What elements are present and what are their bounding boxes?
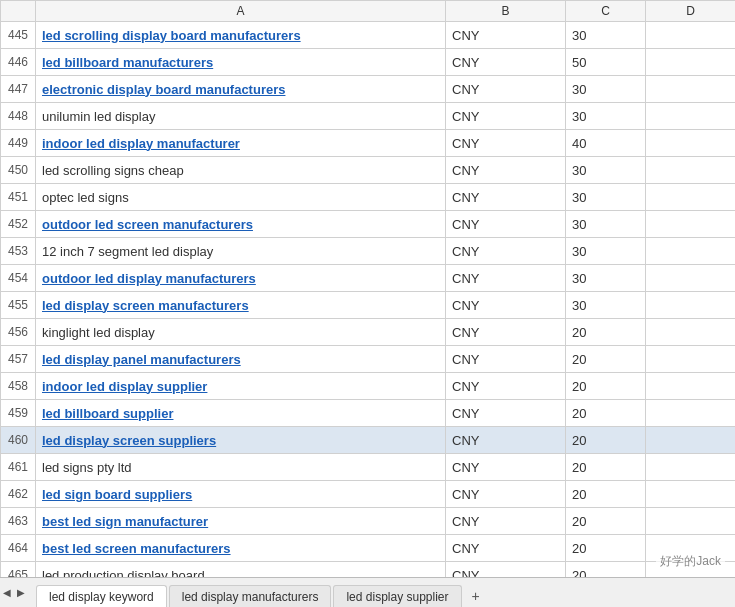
row-number: 455 <box>1 292 36 319</box>
cell-link[interactable]: indoor led display manufacturer <box>42 136 240 151</box>
cell-a[interactable]: indoor led display supplier <box>36 373 446 400</box>
cell-a[interactable]: electronic display board manufacturers <box>36 76 446 103</box>
row-number: 464 <box>1 535 36 562</box>
row-number: 446 <box>1 49 36 76</box>
cell-d <box>646 292 736 319</box>
cell-d <box>646 103 736 130</box>
cell-a[interactable]: optec led signs <box>36 184 446 211</box>
col-b-header[interactable]: B <box>446 1 566 22</box>
cell-b: CNY <box>446 49 566 76</box>
cell-d <box>646 49 736 76</box>
cell-a[interactable]: 12 inch 7 segment led display <box>36 238 446 265</box>
cell-a[interactable]: led scrolling display board manufacturer… <box>36 22 446 49</box>
cell-link[interactable]: led display screen manufacturers <box>42 298 249 313</box>
cell-a[interactable]: led scrolling signs cheap <box>36 157 446 184</box>
cell-link[interactable]: led display screen suppliers <box>42 433 216 448</box>
cell-a[interactable]: led sign board suppliers <box>36 481 446 508</box>
table-row: 465led production display boardCNY20 <box>1 562 736 578</box>
cell-link[interactable]: electronic display board manufacturers <box>42 82 285 97</box>
sheet-tab-1[interactable]: led display manufacturers <box>169 585 332 608</box>
watermark: 好学的Jack <box>656 551 725 572</box>
add-sheet-button[interactable]: + <box>464 584 488 608</box>
cell-a[interactable]: best led screen manufacturers <box>36 535 446 562</box>
spreadsheet: A B C D 445led scrolling display board m… <box>0 0 735 607</box>
row-number: 448 <box>1 103 36 130</box>
table-row: 446led billboard manufacturersCNY50 <box>1 49 736 76</box>
cell-link[interactable]: indoor led display supplier <box>42 379 207 394</box>
table-row: 447electronic display board manufacturer… <box>1 76 736 103</box>
table-row: 463best led sign manufacturerCNY20 <box>1 508 736 535</box>
cell-d <box>646 238 736 265</box>
cell-c: 20 <box>566 346 646 373</box>
sheet-nav-arrows[interactable]: ◀ ▶ <box>0 585 28 600</box>
cell-c: 50 <box>566 49 646 76</box>
row-number: 462 <box>1 481 36 508</box>
cell-a[interactable]: led signs pty ltd <box>36 454 446 481</box>
table-row: 458indoor led display supplierCNY20 <box>1 373 736 400</box>
cell-c: 20 <box>566 373 646 400</box>
table-row: 45312 inch 7 segment led displayCNY30 <box>1 238 736 265</box>
cell-a[interactable]: led display screen manufacturers <box>36 292 446 319</box>
cell-a[interactable]: led production display board <box>36 562 446 578</box>
table-row: 462led sign board suppliersCNY20 <box>1 481 736 508</box>
sheet-tab-2[interactable]: led display supplier <box>333 585 461 608</box>
cell-a[interactable]: best led sign manufacturer <box>36 508 446 535</box>
cell-a[interactable]: indoor led display manufacturer <box>36 130 446 157</box>
cell-c: 20 <box>566 562 646 578</box>
sheet-tab-0[interactable]: led display keyword <box>36 585 167 608</box>
cell-b: CNY <box>446 211 566 238</box>
cell-b: CNY <box>446 373 566 400</box>
table-row: 451optec led signsCNY30 <box>1 184 736 211</box>
col-c-header[interactable]: C <box>566 1 646 22</box>
tab-bar: led display keywordled display manufactu… <box>36 578 735 608</box>
cell-d <box>646 346 736 373</box>
cell-link[interactable]: led billboard manufacturers <box>42 55 213 70</box>
row-number: 447 <box>1 76 36 103</box>
cell-a[interactable]: unilumin led display <box>36 103 446 130</box>
cell-c: 30 <box>566 265 646 292</box>
cell-d <box>646 427 736 454</box>
col-a-header[interactable]: A <box>36 1 446 22</box>
cell-b: CNY <box>446 346 566 373</box>
table-row: 464best led screen manufacturersCNY20 <box>1 535 736 562</box>
row-number: 460 <box>1 427 36 454</box>
cell-c: 30 <box>566 103 646 130</box>
cell-link[interactable]: led sign board suppliers <box>42 487 192 502</box>
cell-b: CNY <box>446 481 566 508</box>
cell-b: CNY <box>446 157 566 184</box>
cell-c: 30 <box>566 22 646 49</box>
cell-link[interactable]: outdoor led screen manufacturers <box>42 217 253 232</box>
row-number: 453 <box>1 238 36 265</box>
cell-a[interactable]: led display panel manufacturers <box>36 346 446 373</box>
cell-b: CNY <box>446 562 566 578</box>
nav-left-icon[interactable]: ◀ <box>0 585 14 600</box>
cell-link[interactable]: outdoor led display manufacturers <box>42 271 256 286</box>
cell-link[interactable]: best led screen manufacturers <box>42 541 231 556</box>
cell-a[interactable]: kinglight led display <box>36 319 446 346</box>
cell-link[interactable]: led display panel manufacturers <box>42 352 241 367</box>
cell-c: 20 <box>566 454 646 481</box>
data-table: A B C D 445led scrolling display board m… <box>0 0 735 577</box>
cell-c: 30 <box>566 184 646 211</box>
cell-a[interactable]: led billboard manufacturers <box>36 49 446 76</box>
cell-link[interactable]: best led sign manufacturer <box>42 514 208 529</box>
col-d-header[interactable]: D <box>646 1 736 22</box>
cell-a[interactable]: outdoor led display manufacturers <box>36 265 446 292</box>
cell-d <box>646 130 736 157</box>
cell-link[interactable]: led billboard supplier <box>42 406 173 421</box>
cell-c: 30 <box>566 292 646 319</box>
cell-link[interactable]: led scrolling display board manufacturer… <box>42 28 301 43</box>
table-row: 454outdoor led display manufacturersCNY3… <box>1 265 736 292</box>
row-number: 445 <box>1 22 36 49</box>
cell-d <box>646 454 736 481</box>
cell-c: 30 <box>566 238 646 265</box>
cell-a[interactable]: led billboard supplier <box>36 400 446 427</box>
cell-a[interactable]: led display screen suppliers <box>36 427 446 454</box>
row-number: 461 <box>1 454 36 481</box>
row-number: 465 <box>1 562 36 578</box>
nav-right-icon[interactable]: ▶ <box>14 585 28 600</box>
cell-a[interactable]: outdoor led screen manufacturers <box>36 211 446 238</box>
row-number: 452 <box>1 211 36 238</box>
row-number: 463 <box>1 508 36 535</box>
cell-c: 20 <box>566 400 646 427</box>
